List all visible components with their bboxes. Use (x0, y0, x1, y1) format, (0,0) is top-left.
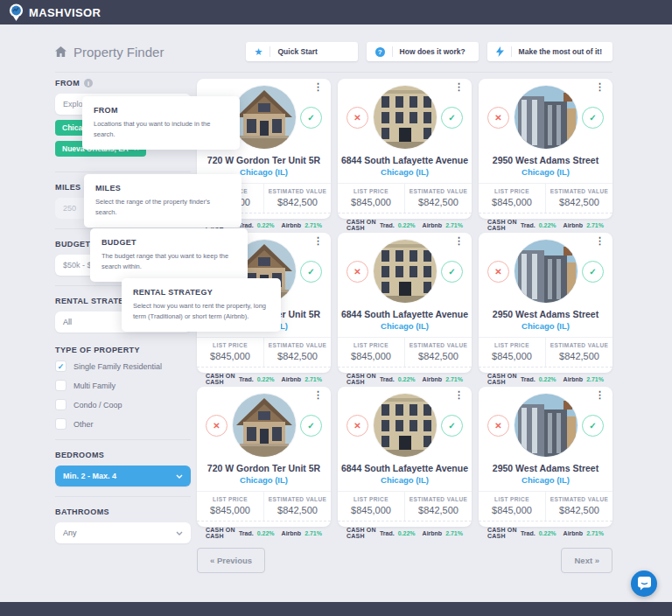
accept-button[interactable]: ✓ (300, 107, 322, 129)
estimated-value-value: $842,500 (264, 505, 331, 515)
quick-start-button[interactable]: ★ Quick Start (246, 42, 358, 61)
trad-label: Trad. (521, 222, 536, 228)
property-city-link[interactable]: Chicago (IL) (479, 321, 612, 331)
property-photo (233, 86, 296, 149)
property-city-link[interactable]: Chicago (IL) (338, 167, 472, 177)
how-it-works-button[interactable]: ? How does it work? (367, 42, 479, 61)
pagination: « Previous Next » (197, 548, 612, 573)
accept-button[interactable]: ✓ (582, 107, 604, 129)
accept-button[interactable]: ✓ (300, 261, 322, 283)
star-icon: ★ (255, 47, 263, 57)
property-city-link[interactable]: Chicago (IL) (197, 475, 331, 485)
property-address: 6844 South Lafayette Avenue (338, 155, 472, 165)
checkbox-icon (55, 418, 66, 430)
kebab-menu-icon[interactable]: ⋮ (454, 389, 464, 401)
trad-value: 0.22% (257, 530, 275, 536)
trad-label: Trad. (380, 376, 395, 382)
list-price-value: $845,000 (338, 351, 404, 361)
make-most-label: Make the most out of it! (519, 47, 602, 56)
airbnb-label: Airbnb (423, 376, 443, 382)
tooltip-rental-strategy: RENTAL STRATEGY Select how you want to r… (122, 278, 281, 332)
x-icon: ✕ (494, 113, 501, 122)
checkbox-single-family[interactable]: ✓ Single Family Residential (55, 360, 191, 372)
property-city-link[interactable]: Chicago (IL) (338, 475, 472, 485)
accept-button[interactable]: ✓ (300, 415, 322, 437)
reject-button[interactable]: ✕ (487, 107, 509, 129)
accept-button[interactable]: ✓ (441, 107, 463, 129)
trad-label: Trad. (380, 222, 395, 228)
bathrooms-select[interactable]: Any (55, 522, 191, 543)
property-address: 720 W Gordon Ter Unit 5R (197, 463, 331, 473)
airbnb-label: Airbnb (564, 530, 584, 536)
info-icon[interactable]: i (84, 79, 93, 88)
estimated-value-value: $842,500 (405, 197, 472, 207)
check-icon: ✓ (589, 113, 596, 122)
make-most-button[interactable]: Make the most out of it! (487, 42, 612, 61)
reject-button[interactable]: ✕ (346, 261, 368, 283)
airbnb-value: 2.71% (586, 376, 604, 382)
next-button[interactable]: Next » (561, 548, 612, 573)
price-stats: LIST PRICE $845,000 ESTIMATED VALUE $842… (479, 337, 612, 367)
checkbox-multi-family[interactable]: Multi Family (55, 380, 191, 391)
from-label: FROM i (55, 79, 191, 88)
cash-on-cash-label: CASH ON CASH (206, 373, 239, 385)
trad-label: Trad. (521, 376, 536, 382)
list-price-label: LIST PRICE (479, 496, 545, 502)
bedrooms-select[interactable]: Min. 2 - Max. 4 (55, 466, 191, 486)
estimated-value-value: $842,500 (546, 505, 612, 515)
accept-button[interactable]: ✓ (441, 415, 463, 437)
reject-button[interactable]: ✕ (346, 107, 368, 129)
reject-button[interactable]: ✕ (346, 415, 368, 437)
checkbox-icon (55, 399, 66, 410)
cash-on-cash-row: CASH ON CASH Trad. 0.22% Airbnb 2.71% (197, 367, 331, 385)
property-address: 6844 South Lafayette Avenue (338, 309, 472, 319)
x-icon: ✕ (354, 113, 360, 122)
list-price-label: LIST PRICE (197, 496, 263, 502)
estimated-value-label: ESTIMATED VALUE (264, 188, 331, 194)
kebab-menu-icon[interactable]: ⋮ (595, 389, 605, 401)
kebab-menu-icon[interactable]: ⋮ (313, 235, 323, 247)
accept-button[interactable]: ✓ (582, 415, 604, 437)
question-icon: ? (375, 47, 385, 57)
kebab-menu-icon[interactable]: ⋮ (595, 81, 605, 93)
previous-button[interactable]: « Previous (197, 548, 265, 573)
estimated-value-label: ESTIMATED VALUE (405, 188, 472, 194)
trad-label: Trad. (521, 530, 536, 536)
property-city-link[interactable]: Chicago (IL) (338, 321, 472, 331)
checkbox-other[interactable]: Other (55, 418, 191, 430)
property-city-link[interactable]: Chicago (IL) (479, 167, 612, 177)
airbnb-value: 2.71% (586, 530, 604, 536)
chat-bubble-button[interactable] (631, 570, 657, 597)
kebab-menu-icon[interactable]: ⋮ (313, 389, 323, 401)
divider (55, 439, 191, 440)
list-price-value: $845,000 (197, 505, 263, 515)
kebab-menu-icon[interactable]: ⋮ (595, 235, 605, 247)
estimated-value-value: $842,500 (405, 505, 472, 515)
chevron-down-icon (176, 531, 183, 536)
cash-on-cash-row: CASH ON CASH Trad. 0.22% Airbnb 2.71% (338, 521, 472, 539)
check-icon: ✓ (307, 421, 314, 430)
checkbox-condo-coop[interactable]: Condo / Coop (55, 399, 191, 410)
reject-button[interactable]: ✕ (206, 415, 228, 437)
property-address: 6844 South Lafayette Avenue (338, 463, 472, 473)
reject-button[interactable]: ✕ (487, 261, 509, 283)
trad-label: Trad. (380, 530, 395, 536)
mashvisor-logo-icon (9, 4, 24, 22)
property-card: ⋮ ✕ ✓ 2950 West Adams Street Chicago (IL… (479, 79, 612, 219)
tooltip-title: MILES (95, 184, 230, 192)
trad-value: 0.22% (398, 376, 416, 382)
accept-button[interactable]: ✓ (441, 261, 463, 283)
kebab-menu-icon[interactable]: ⋮ (454, 235, 464, 247)
accept-button[interactable]: ✓ (582, 261, 604, 283)
chevron-down-icon (176, 474, 183, 479)
property-card: ⋮ ✕ ✓ 2950 West Adams Street Chicago (IL… (479, 233, 612, 373)
tooltip-title: FROM (94, 106, 228, 115)
kebab-menu-icon[interactable]: ⋮ (454, 81, 464, 93)
estimated-value-label: ESTIMATED VALUE (405, 496, 472, 502)
kebab-menu-icon[interactable]: ⋮ (313, 81, 323, 93)
tooltip-miles: MILES Select the range of the property f… (84, 174, 242, 228)
reject-button[interactable]: ✕ (487, 415, 509, 437)
property-city-link[interactable]: Chicago (IL) (479, 475, 612, 485)
airbnb-label: Airbnb (564, 376, 584, 382)
price-stats: LIST PRICE $845,000 ESTIMATED VALUE $842… (197, 337, 331, 367)
